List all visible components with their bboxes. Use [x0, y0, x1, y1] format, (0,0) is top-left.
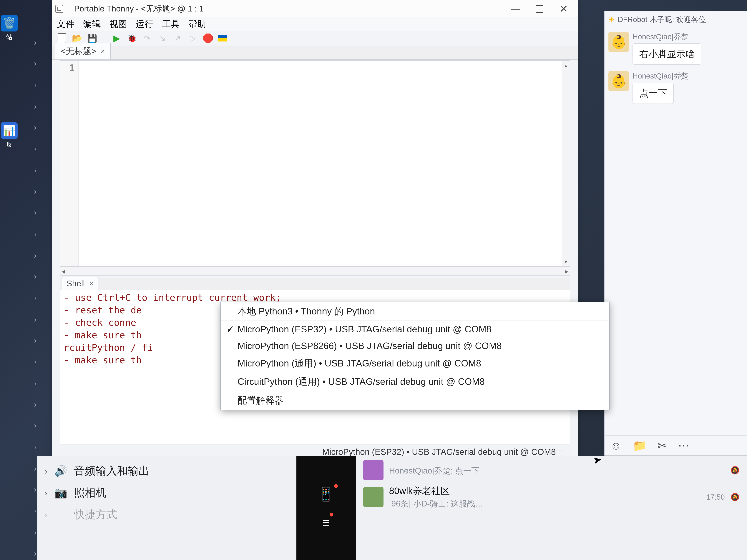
run-button[interactable]: ▶	[111, 33, 122, 43]
device-manager-list: › 🔊 音频输入和输出 › 📷 照相机 › 快捷方式	[37, 456, 297, 560]
popup-item-circuitpython[interactable]: CircuitPython (通用) • USB JTAG/serial deb…	[221, 373, 609, 391]
code-editor[interactable]: 1 ▴▾	[60, 60, 570, 267]
menubar: 文件 编辑 视图 运行 工具 帮助	[52, 18, 578, 31]
left-expand-arrows: ››››››››››››››››››››››››››	[34, 37, 37, 560]
new-file-button[interactable]	[57, 33, 67, 43]
tab-close-button[interactable]: ×	[101, 47, 105, 55]
avatar	[363, 460, 384, 480]
popup-item-local-python3[interactable]: 本地 Python3 • Thonny 的 Python	[221, 302, 609, 321]
conversation-preview: [96条] 小D-骑士: 这服战…	[389, 498, 701, 509]
device-item-audio[interactable]: › 🔊 音频输入和输出	[45, 464, 289, 478]
debug-button[interactable]: 🐞	[127, 33, 137, 43]
chevron-right-icon[interactable]: ›	[45, 466, 47, 476]
tab-title: <无标题>	[61, 46, 96, 57]
conversation-item[interactable]: HonestQiao|乔楚: 点一下 🔕	[363, 460, 740, 480]
avatar[interactable]: 👶	[609, 32, 629, 52]
mute-icon: 🔕	[730, 466, 740, 475]
editor-tab[interactable]: <无标题> ×	[55, 43, 111, 59]
avatar[interactable]: 👶	[609, 71, 629, 91]
step-into-button[interactable]: ↘	[157, 33, 168, 43]
desktop-recycle-bin[interactable]: 🗑️ 站	[0, 15, 22, 42]
chat-message: 👶 HonestQiao|乔楚 点一下	[609, 71, 743, 104]
conversation-preview: HonestQiao|乔楚: 点一下	[389, 465, 719, 476]
device-label: 照相机	[74, 485, 106, 500]
sun-icon: ☀	[608, 16, 615, 24]
menu-run[interactable]: 运行	[136, 18, 153, 30]
minimize-button[interactable]: —	[510, 3, 521, 15]
desktop: 🗑️ 站 📊 反 ›››››››››››››››››››››››››› Port…	[0, 0, 747, 560]
background-window: › 🔊 音频输入和输出 › 📷 照相机 › 快捷方式 📱 ≡	[37, 456, 747, 560]
popup-item-esp8266[interactable]: MicroPython (ESP8266) • USB JTAG/serial …	[221, 338, 609, 354]
statusbar[interactable]: MicroPython (ESP32) • USB JTAG/serial de…	[60, 446, 570, 457]
window-title: Portable Thonny - <无标题> @ 1 : 1	[67, 3, 510, 14]
folder-button[interactable]: 📁	[633, 439, 647, 452]
chat-header-text: DFRobot-木子呢: 欢迎各位	[618, 15, 706, 25]
shell-tab[interactable]: Shell ×	[62, 277, 98, 290]
code-area[interactable]	[79, 61, 570, 266]
window-controls: — ✕	[510, 3, 569, 15]
emoji-button[interactable]: ☺	[610, 439, 622, 452]
camera-icon: 📷	[54, 487, 68, 499]
conversation-item[interactable]: 80wlk养老社区 [96条] 小D-骑士: 这服战… 17:50 🔕	[363, 485, 740, 509]
shell-tab-close[interactable]: ×	[89, 279, 93, 288]
step-over-button[interactable]: ↷	[142, 33, 152, 43]
interpreter-status[interactable]: MicroPython (ESP32) • USB JTAG/serial de…	[322, 447, 556, 457]
editor-vertical-scrollbar[interactable]: ▴▾	[562, 61, 570, 266]
save-file-button[interactable]: 💾	[87, 33, 98, 43]
conversation-name: 80wlk养老社区	[389, 485, 701, 497]
desktop-icon-2[interactable]: 📊 反	[0, 122, 22, 149]
mute-icon: 🔕	[730, 493, 740, 502]
chat-toolbar: ☺ 📁 ✂ ⋯	[605, 435, 747, 456]
mouse-cursor-icon: ➤	[592, 453, 603, 466]
scroll-left-icon[interactable]: ◂	[61, 268, 65, 275]
menu-file[interactable]: 文件	[57, 18, 75, 30]
interpreter-popup-menu: 本地 Python3 • Thonny 的 Python MicroPython…	[221, 302, 610, 410]
chevron-right-icon[interactable]: ›	[45, 510, 47, 520]
scroll-up-icon[interactable]: ▴	[565, 62, 567, 69]
device-label: 快捷方式	[74, 507, 117, 522]
step-out-button[interactable]: ↗	[172, 33, 183, 43]
popup-item-configure[interactable]: 配置解释器	[221, 391, 609, 410]
chat-bubble[interactable]: 点一下	[633, 83, 674, 104]
menu-icon[interactable]: ≡	[322, 515, 330, 530]
shell-tab-label: Shell	[67, 279, 85, 288]
chevron-right-icon[interactable]: ›	[45, 488, 47, 498]
chat-sender-name: HonestQiao|乔楚	[633, 71, 689, 81]
menu-view[interactable]: 视图	[109, 18, 127, 30]
device-label: 音频输入和输出	[74, 464, 149, 478]
open-file-button[interactable]: 📂	[72, 33, 82, 43]
titlebar[interactable]: Portable Thonny - <无标题> @ 1 : 1 — ✕	[52, 0, 578, 18]
popup-item-esp32[interactable]: MicroPython (ESP32) • USB JTAG/serial de…	[221, 321, 609, 338]
line-gutter: 1	[60, 61, 79, 266]
ukraine-flag-icon	[218, 35, 227, 42]
editor-horizontal-scrollbar[interactable]: ◂▸	[60, 267, 570, 275]
stop-button[interactable]: 🛑	[203, 33, 213, 43]
scroll-right-icon[interactable]: ▸	[565, 268, 568, 275]
more-button[interactable]: ⋯	[678, 439, 689, 452]
scissors-button[interactable]: ✂	[658, 439, 667, 452]
chat-sender-name: HonestQiao|乔楚	[633, 32, 701, 42]
line-number: 1	[60, 62, 78, 73]
menu-tools[interactable]: 工具	[162, 18, 180, 30]
mobile-icon[interactable]: 📱	[318, 486, 334, 502]
desktop-icon-label: 站	[0, 33, 22, 42]
popup-item-micropython-generic[interactable]: MicroPython (通用) • USB JTAG/serial debug…	[221, 354, 609, 373]
chat-header[interactable]: ☀ DFRobot-木子呢: 欢迎各位	[605, 11, 747, 28]
device-item-camera[interactable]: › 📷 照相机	[45, 485, 289, 500]
chat-panel: ☀ DFRobot-木子呢: 欢迎各位 👶 HonestQiao|乔楚 右小脚显…	[604, 11, 747, 456]
speaker-icon: 🔊	[54, 465, 68, 477]
recycle-icon: 🗑️	[1, 15, 18, 31]
maximize-button[interactable]	[534, 3, 545, 15]
scroll-down-icon[interactable]: ▾	[565, 258, 567, 265]
menu-edit[interactable]: 编辑	[83, 18, 101, 30]
close-button[interactable]: ✕	[558, 3, 569, 15]
menu-help[interactable]: 帮助	[188, 18, 206, 30]
chat-messages[interactable]: 👶 HonestQiao|乔楚 右小脚显示啥 👶 HonestQiao|乔楚 点…	[605, 28, 747, 435]
statusbar-menu-icon[interactable]: ≡	[559, 448, 562, 456]
resume-button[interactable]: ▷	[187, 33, 198, 43]
app-icon: 📊	[1, 122, 18, 139]
chat-message: 👶 HonestQiao|乔楚 右小脚显示啥	[609, 32, 743, 64]
chat-bubble[interactable]: 右小脚显示啥	[633, 43, 701, 64]
chevron-right-icon[interactable]: ›	[34, 37, 36, 47]
device-item-shortcut[interactable]: › 快捷方式	[45, 507, 289, 522]
